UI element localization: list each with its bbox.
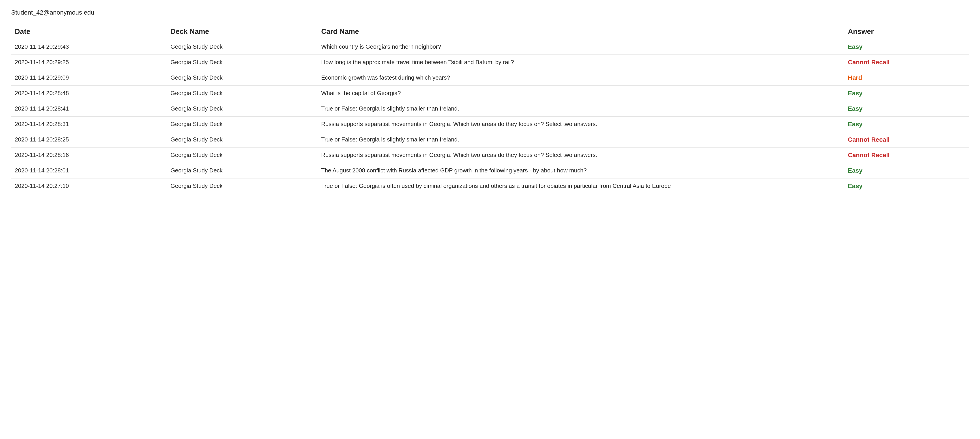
- cell-answer: Easy: [844, 39, 969, 55]
- table-row: 2020-11-14 20:28:31Georgia Study DeckRus…: [11, 117, 969, 132]
- cell-card: What is the capital of Georgia?: [318, 86, 844, 101]
- col-header-answer: Answer: [844, 25, 969, 39]
- study-history-table: Date Deck Name Card Name Answer 2020-11-…: [11, 25, 969, 194]
- cell-card: How long is the approximate travel time …: [318, 55, 844, 70]
- user-email: Student_42@anonymous.edu: [11, 9, 969, 16]
- cell-deck: Georgia Study Deck: [167, 86, 318, 101]
- cell-deck: Georgia Study Deck: [167, 101, 318, 117]
- cell-date: 2020-11-14 20:28:16: [11, 147, 167, 163]
- cell-deck: Georgia Study Deck: [167, 147, 318, 163]
- table-row: 2020-11-14 20:28:16Georgia Study DeckRus…: [11, 147, 969, 163]
- cell-date: 2020-11-14 20:28:01: [11, 163, 167, 179]
- answer-badge: Easy: [848, 90, 862, 97]
- cell-deck: Georgia Study Deck: [167, 163, 318, 179]
- cell-card: True or False: Georgia is slightly small…: [318, 132, 844, 147]
- cell-answer: Easy: [844, 163, 969, 179]
- cell-card: True or False: Georgia is often used by …: [318, 179, 844, 194]
- table-row: 2020-11-14 20:28:48Georgia Study DeckWha…: [11, 86, 969, 101]
- col-header-deck: Deck Name: [167, 25, 318, 39]
- table-row: 2020-11-14 20:28:01Georgia Study DeckThe…: [11, 163, 969, 179]
- answer-badge: Easy: [848, 167, 862, 174]
- cell-answer: Cannot Recall: [844, 55, 969, 70]
- cell-deck: Georgia Study Deck: [167, 39, 318, 55]
- cell-deck: Georgia Study Deck: [167, 70, 318, 86]
- cell-card: Which country is Georgia's northern neig…: [318, 39, 844, 55]
- col-header-date: Date: [11, 25, 167, 39]
- cell-deck: Georgia Study Deck: [167, 117, 318, 132]
- answer-badge: Easy: [848, 182, 862, 190]
- cell-answer: Easy: [844, 101, 969, 117]
- answer-badge: Cannot Recall: [848, 136, 890, 143]
- cell-answer: Cannot Recall: [844, 147, 969, 163]
- cell-date: 2020-11-14 20:28:25: [11, 132, 167, 147]
- cell-date: 2020-11-14 20:28:48: [11, 86, 167, 101]
- cell-card: Russia supports separatist movements in …: [318, 147, 844, 163]
- cell-answer: Hard: [844, 70, 969, 86]
- answer-badge: Easy: [848, 105, 862, 112]
- cell-answer: Easy: [844, 179, 969, 194]
- cell-deck: Georgia Study Deck: [167, 179, 318, 194]
- cell-card: True or False: Georgia is slightly small…: [318, 101, 844, 117]
- cell-answer: Cannot Recall: [844, 132, 969, 147]
- answer-badge: Cannot Recall: [848, 59, 890, 66]
- table-row: 2020-11-14 20:27:10Georgia Study DeckTru…: [11, 179, 969, 194]
- cell-date: 2020-11-14 20:28:41: [11, 101, 167, 117]
- cell-date: 2020-11-14 20:27:10: [11, 179, 167, 194]
- cell-date: 2020-11-14 20:29:09: [11, 70, 167, 86]
- table-row: 2020-11-14 20:28:41Georgia Study DeckTru…: [11, 101, 969, 117]
- cell-date: 2020-11-14 20:29:43: [11, 39, 167, 55]
- answer-badge: Hard: [848, 74, 862, 81]
- cell-date: 2020-11-14 20:29:25: [11, 55, 167, 70]
- table-row: 2020-11-14 20:28:25Georgia Study DeckTru…: [11, 132, 969, 147]
- cell-card: Russia supports separatist movements in …: [318, 117, 844, 132]
- table-row: 2020-11-14 20:29:43Georgia Study DeckWhi…: [11, 39, 969, 55]
- answer-badge: Cannot Recall: [848, 152, 890, 158]
- table-row: 2020-11-14 20:29:09Georgia Study DeckEco…: [11, 70, 969, 86]
- cell-answer: Easy: [844, 86, 969, 101]
- cell-card: Economic growth was fastest during which…: [318, 70, 844, 86]
- table-row: 2020-11-14 20:29:25Georgia Study DeckHow…: [11, 55, 969, 70]
- col-header-card: Card Name: [318, 25, 844, 39]
- cell-deck: Georgia Study Deck: [167, 132, 318, 147]
- cell-date: 2020-11-14 20:28:31: [11, 117, 167, 132]
- cell-deck: Georgia Study Deck: [167, 55, 318, 70]
- answer-badge: Easy: [848, 43, 862, 50]
- cell-answer: Easy: [844, 117, 969, 132]
- answer-badge: Easy: [848, 121, 862, 128]
- cell-card: The August 2008 conflict with Russia aff…: [318, 163, 844, 179]
